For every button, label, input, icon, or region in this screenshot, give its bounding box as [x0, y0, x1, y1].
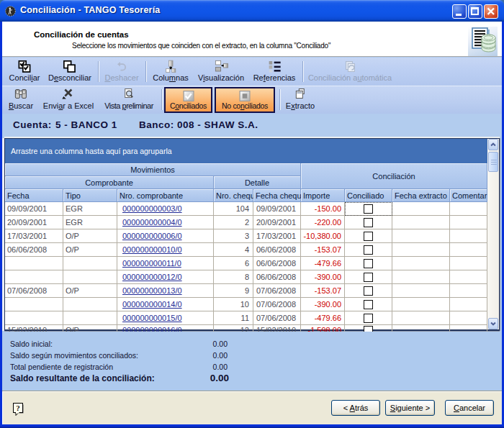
svg-text:?: ? — [16, 404, 20, 412]
